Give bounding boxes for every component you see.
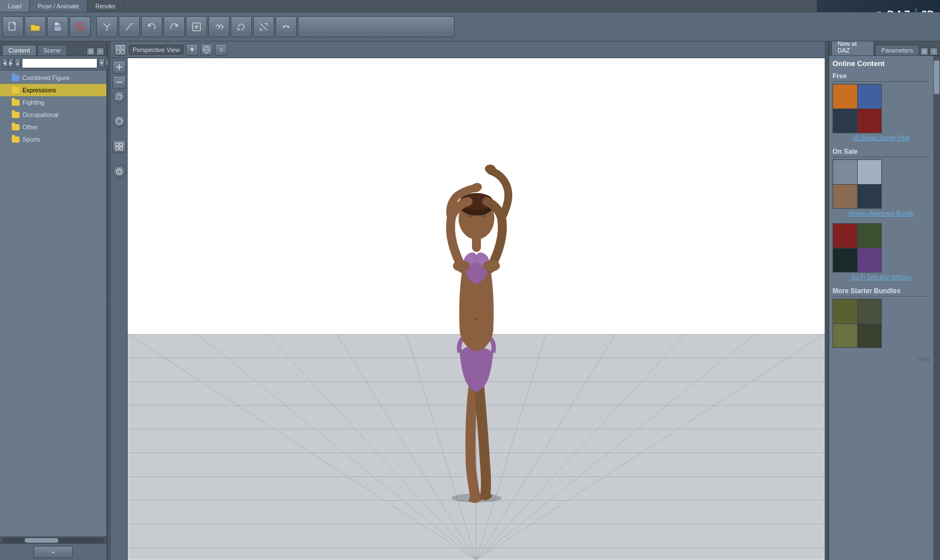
scifi-title[interactable]: Sci Fi Sets and Vehicles [833,274,930,280]
sci-cell-1 [833,224,857,248]
scroll-area[interactable] [0,537,106,543]
menu-load[interactable]: Load [0,0,30,12]
panel-icon-1[interactable]: ⚙ [87,48,95,55]
tab-new-at-daz[interactable]: New at DAZ [831,41,874,55]
content-item-bridge: 3D Bridge Starter Pack [833,84,930,141]
zoom-out-button[interactable] [113,76,126,89]
tree-item-occupational[interactable]: Occupational [0,109,106,121]
svg-point-30 [116,169,122,175]
tree-item-combined-figure[interactable]: Combined Figure [0,72,106,84]
add-item-button[interactable]: + [34,546,73,558]
tree-view: Combined Figure Expressions Fighting [0,70,106,537]
mu-logo: mu [918,355,930,364]
rotate-view-button[interactable] [113,91,125,103]
viewport-main [111,58,825,560]
tab-parameters[interactable]: Parameters [875,45,919,55]
folder-icon-occupational [11,110,20,119]
cancel-button[interactable] [69,16,91,37]
viewport-menu-button[interactable]: ≡ [215,44,227,56]
svg-point-14 [287,26,289,28]
filter-button[interactable]: ▼ [99,58,105,68]
apt-cell-1 [833,160,857,184]
content-toolbar: ◀ ▶ ▲ ▼ ≡ [0,56,106,70]
svg-rect-16 [121,46,124,49]
pan-view-button[interactable] [113,115,125,128]
right-panel-scroll-thumb[interactable] [934,60,939,94]
scroll-thumb[interactable] [25,538,58,543]
save-button[interactable] [47,16,68,37]
menu-pose-animate[interactable]: Pose / Animate [30,0,87,12]
scroll-track[interactable] [2,538,104,543]
svg-point-31 [118,169,120,175]
import-button[interactable] [96,16,118,37]
tree-item-other[interactable]: Other [0,121,106,133]
svg-rect-26 [116,143,119,146]
right-panel-icon[interactable]: ⚙ [920,48,928,55]
thumb-cell-2 [858,84,882,109]
svg-rect-17 [116,50,120,54]
back-button[interactable]: ◀ [2,58,7,68]
open-button[interactable] [25,16,46,37]
timeline-bar[interactable] [298,16,455,37]
apartment-thumbnail[interactable] [833,159,882,209]
svg-rect-2 [55,22,59,25]
tree-item-fighting[interactable]: Fighting [0,96,106,109]
zoom-in-button[interactable] [113,60,126,74]
sci-cell-4 [858,248,882,272]
draw-button[interactable] [119,16,140,37]
search-input[interactable] [22,58,97,68]
add-button[interactable] [186,16,207,37]
panel-icon-2[interactable]: × [96,48,104,55]
svg-rect-27 [120,143,123,146]
right-panel-content: Online Content Free 3D Bridge Starter Pa… [829,56,933,560]
bottom-left: + [0,543,106,560]
folder-icon-other [11,123,20,131]
bundles-thumbnail[interactable] [833,299,882,348]
content-item-apartment: Modern Apartment Bundle [833,159,930,217]
tab-content[interactable]: Content [2,45,36,55]
scifi-thumbnail[interactable] [833,223,882,272]
tree-item-sports[interactable]: Sports [0,133,106,145]
right-panel-tabs: New at DAZ Parameters ⚙ × [829,41,940,56]
tab-scene[interactable]: Scene [38,45,67,55]
undo-button[interactable] [141,16,162,37]
svg-point-25 [116,119,122,124]
apartment-title[interactable]: Modern Apartment Bundle [833,210,930,217]
right-panel-close[interactable]: × [930,48,938,55]
apt-cell-3 [833,185,857,209]
tree-item-expressions[interactable]: Expressions [0,84,106,96]
folder-icon-fighting [11,98,20,107]
globe-button[interactable] [200,44,213,56]
rotate-button[interactable] [231,16,252,37]
viewport-canvas[interactable] [128,58,825,560]
panel-tab-icons: ⚙ × [87,48,106,55]
up-button[interactable]: ▲ [15,58,21,68]
toolbar [0,12,940,41]
svg-point-68 [453,260,470,271]
online-content-title: Online Content [833,59,930,68]
grid-view-button[interactable] [114,44,127,56]
left-panel: Content Scene ⚙ × ◀ ▶ ▲ ▼ ≡ Combined Fig… [0,41,107,560]
perspective-btn[interactable] [113,166,125,178]
viewport-left-controls [111,58,128,560]
view-options-button[interactable]: ▼ [186,44,198,56]
bridge-title[interactable]: 3D Bridge Starter Pack [833,135,930,141]
new-button[interactable] [2,16,24,37]
perspective-view-label[interactable]: Perspective View [129,45,184,55]
more-bundles-section-title: More Starter Bundles [833,287,930,297]
forward-button[interactable]: ▶ [8,58,13,68]
folder-icon-sports [11,135,20,144]
right-panel-scrollbar[interactable] [933,56,940,560]
redo-button[interactable] [163,16,185,37]
right-panel: New at DAZ Parameters ⚙ × Online Content… [828,41,940,560]
svg-line-7 [126,23,132,30]
transform-button[interactable] [208,16,230,37]
bridge-thumbnail[interactable] [833,84,882,133]
content-item-bundles [833,299,930,348]
scale-button[interactable] [253,16,274,37]
thumb-cell-3 [833,109,857,133]
menu-bar: Load Pose / Animate Render ▐▌ DAZ │ 3D [0,0,940,12]
frame-button[interactable] [113,140,126,153]
misc-button[interactable] [275,16,297,37]
menu-render[interactable]: Render [87,0,124,12]
